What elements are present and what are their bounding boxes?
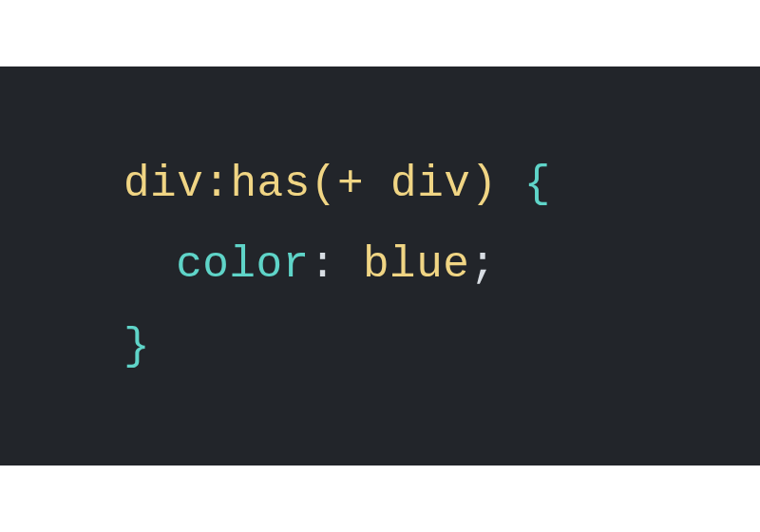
brace-close: } (124, 322, 150, 371)
space (498, 160, 524, 209)
brace-open: { (524, 160, 551, 209)
selector-tag: div (390, 160, 470, 209)
pseudo-class-name: has (230, 160, 310, 209)
property-name: color (176, 240, 310, 290)
code-block: div:has(+ div) { color: blue; } (0, 66, 760, 466)
code-line-1: div:has(+ div) { (124, 144, 703, 225)
paren-open: ( (311, 160, 337, 209)
selector-tag: div (124, 160, 203, 209)
combinator: + (337, 160, 390, 209)
code-line-3: } (124, 307, 703, 388)
semicolon: ; (469, 240, 496, 290)
space (336, 240, 363, 290)
property-value: blue (363, 240, 469, 290)
pseudo-colon: : (203, 160, 230, 209)
code-line-2: color: blue; (124, 225, 703, 306)
colon: : (310, 240, 336, 290)
paren-close: ) (470, 160, 497, 209)
